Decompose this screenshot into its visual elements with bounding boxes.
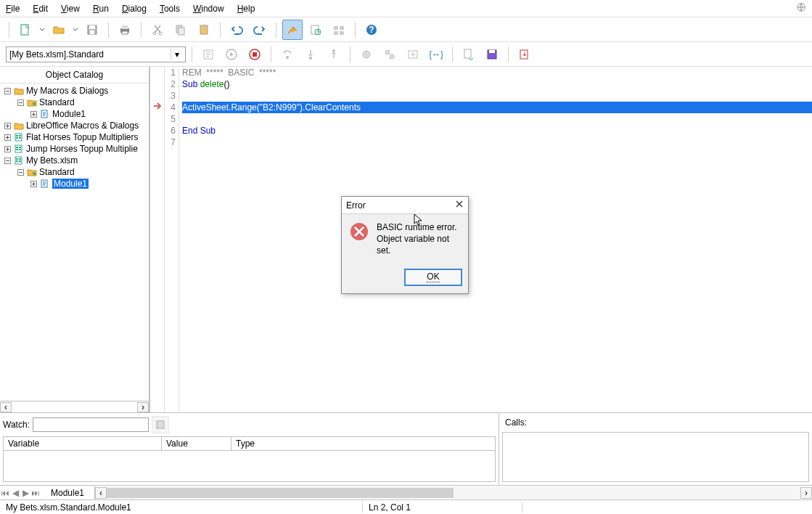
tree-expander-icon[interactable] [3, 86, 12, 95]
watch-add-button[interactable] [152, 416, 169, 433]
tree-item[interactable]: Module1 [0, 178, 149, 189]
scroll-left-icon[interactable]: ‹ [0, 402, 12, 412]
chevron-down-icon[interactable]: ▾ [171, 49, 182, 60]
module-icon [39, 179, 51, 189]
scroll-right-icon[interactable]: › [137, 402, 149, 412]
tree-item[interactable]: Jump Horses Topup Multiplie [0, 143, 149, 155]
new-document-dropdown[interactable] [38, 27, 46, 33]
calls-list[interactable] [502, 432, 809, 482]
doc-icon [13, 144, 25, 154]
tree-item[interactable]: Standard [0, 97, 149, 108]
object-catalog-toggle-icon[interactable] [282, 20, 303, 40]
tree-expander-icon[interactable] [16, 168, 25, 176]
library-selector[interactable]: [My Bets.xlsm].Standard ▾ [6, 46, 186, 62]
menu-help[interactable]: Help [237, 4, 255, 14]
scroll-left-icon[interactable]: ‹ [95, 487, 107, 499]
tree-item[interactable]: Module1 [0, 108, 149, 120]
tree-expander-icon[interactable] [3, 133, 12, 142]
help-icon[interactable]: ? [361, 20, 382, 40]
watch-col-value[interactable]: Value [162, 437, 231, 450]
scroll-right-icon[interactable]: › [800, 487, 812, 499]
watch-add-icon[interactable] [403, 44, 423, 65]
save-source-icon[interactable] [482, 44, 502, 65]
breakpoints-manage-icon[interactable] [380, 44, 400, 65]
watch-input[interactable] [33, 417, 149, 432]
tree-expander-icon[interactable] [29, 179, 38, 188]
watch-col-variable[interactable]: Variable [4, 437, 162, 450]
svg-rect-19 [340, 31, 344, 35]
step-over-icon[interactable] [277, 44, 298, 65]
paste-icon[interactable] [194, 20, 214, 40]
menu-view[interactable]: View [61, 4, 80, 14]
new-document-icon[interactable] [15, 20, 36, 40]
code-line[interactable] [182, 113, 812, 125]
undo-icon[interactable] [226, 20, 247, 40]
svg-text:?: ? [369, 25, 374, 35]
svg-rect-48 [16, 137, 18, 139]
compile-icon[interactable] [198, 44, 218, 65]
cut-icon[interactable] [147, 20, 168, 40]
tree-expander-icon[interactable] [3, 121, 12, 130]
menu-dialog[interactable]: Dialog [122, 4, 147, 14]
tree-item[interactable]: LibreOffice Macros & Dialogs [0, 120, 149, 131]
step-out-icon[interactable] [324, 44, 344, 65]
redo-icon[interactable] [250, 20, 270, 40]
save-icon[interactable] [82, 20, 102, 40]
ok-button[interactable]: OK [404, 269, 462, 286]
code-text[interactable]: REM ***** BASIC *****Sub delete()ActiveS… [179, 67, 812, 412]
tree-item[interactable]: My Macros & Dialogs [0, 85, 149, 97]
code-line[interactable]: End Sub [182, 125, 812, 136]
stop-icon[interactable] [245, 44, 265, 65]
tree-item-label: Standard [39, 97, 75, 107]
tree-item-label: Flat Horses Topup Multipliers [26, 132, 139, 142]
tab-scroll-left-icon[interactable]: ◀ [10, 488, 20, 498]
editor-hscrollbar[interactable]: ‹ › [95, 487, 812, 499]
print-icon[interactable] [115, 20, 135, 40]
menu-file[interactable]: File [6, 4, 20, 14]
code-line[interactable] [182, 136, 812, 148]
insert-source-icon[interactable] [459, 44, 479, 65]
code-editor[interactable]: 1234567 REM ***** BASIC *****Sub delete(… [150, 67, 812, 412]
line-number: 3 [165, 90, 176, 102]
tree-expander-icon[interactable] [3, 144, 12, 153]
close-icon[interactable] [455, 200, 464, 211]
breakpoint-toggle-icon[interactable] [356, 44, 377, 65]
svg-rect-6 [122, 25, 128, 29]
tree-item[interactable]: Standard [0, 166, 149, 178]
tab-module1[interactable]: Module1 [41, 486, 95, 499]
run-icon[interactable] [221, 44, 242, 65]
step-into-icon[interactable] [300, 44, 321, 65]
code-line[interactable]: REM ***** BASIC ***** [182, 67, 812, 78]
object-catalog-tree[interactable]: My Macros & DialogsStandardModule1LibreO… [0, 83, 149, 401]
tree-item[interactable]: Flat Horses Topup Multipliers [0, 131, 149, 143]
tab-scroll-first-icon[interactable]: ⏮ [0, 488, 10, 498]
copy-icon[interactable] [171, 20, 191, 40]
tree-expander-icon[interactable] [16, 98, 25, 107]
menu-tools[interactable]: Tools [160, 4, 180, 14]
menu-window[interactable]: Window [193, 4, 224, 14]
tab-scroll-right-icon[interactable]: ▶ [20, 488, 30, 498]
menu-run[interactable]: Run [93, 4, 109, 14]
code-line[interactable]: Sub delete() [182, 78, 812, 90]
scrollbar-thumb[interactable] [107, 488, 454, 498]
open-folder-icon[interactable] [49, 20, 69, 40]
catalog-hscrollbar[interactable]: ‹ › [0, 401, 149, 412]
tree-item[interactable]: My Bets.xlsm [0, 155, 149, 166]
watch-table[interactable]: Variable Value Type [3, 436, 496, 482]
code-line[interactable] [182, 90, 812, 102]
select-macro-icon[interactable] [305, 20, 326, 40]
code-line[interactable]: ActiveSheet.Range("B2:N999").ClearConten… [182, 102, 812, 113]
svg-rect-52 [16, 147, 18, 148]
globe-icon[interactable] [796, 2, 806, 15]
tab-scroll-last-icon[interactable]: ⏭ [30, 488, 41, 498]
breakpoint-gutter[interactable] [150, 67, 165, 412]
menu-edit[interactable]: Edit [33, 4, 48, 14]
tree-expander-icon[interactable] [29, 110, 38, 118]
modules-icon[interactable] [329, 20, 349, 40]
open-dropdown[interactable] [72, 27, 79, 33]
error-dialog-titlebar[interactable]: Error [342, 197, 468, 214]
watch-col-type[interactable]: Type [231, 437, 495, 450]
tree-expander-icon[interactable] [3, 156, 12, 165]
find-brackets-icon[interactable]: {↔} [426, 44, 446, 65]
import-dialog-icon[interactable] [514, 44, 535, 65]
